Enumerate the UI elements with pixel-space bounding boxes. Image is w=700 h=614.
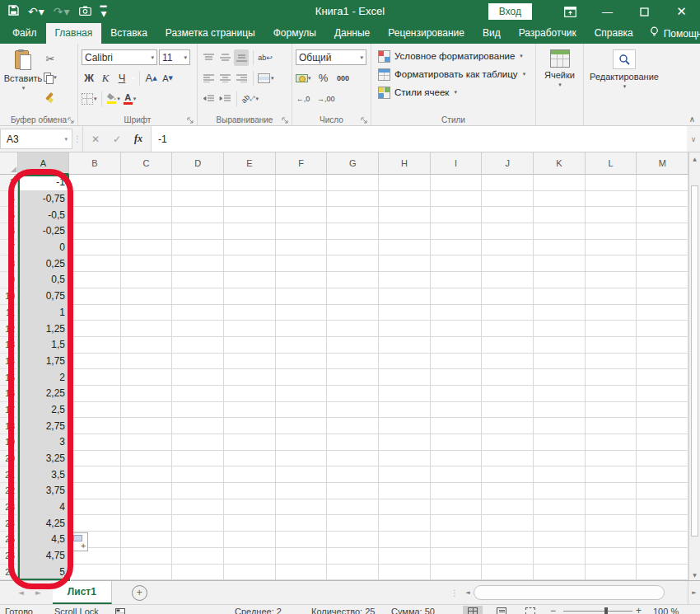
- cell-A13[interactable]: 1,5: [18, 337, 69, 354]
- tab-Разработчик[interactable]: Разработчик: [510, 23, 586, 44]
- cell-H15[interactable]: [379, 369, 431, 386]
- cell-L7[interactable]: [586, 240, 637, 256]
- comma-style-button[interactable]: 000: [336, 70, 351, 87]
- cell-G7[interactable]: [327, 240, 379, 256]
- cell-H4[interactable]: [379, 191, 431, 208]
- cell-L26[interactable]: [586, 548, 637, 565]
- cell-B21[interactable]: [69, 466, 121, 483]
- cell-E6[interactable]: [224, 223, 276, 240]
- cell-H22[interactable]: [379, 483, 431, 499]
- align-left-icon[interactable]: [201, 70, 216, 87]
- cell-H11[interactable]: [379, 305, 431, 321]
- cell-G10[interactable]: [327, 288, 379, 305]
- row-header-10[interactable]: 10: [0, 288, 18, 305]
- column-header-B[interactable]: B: [69, 152, 121, 175]
- cell-G15[interactable]: [327, 369, 379, 386]
- cell-J19[interactable]: [482, 434, 534, 451]
- scroll-left-icon[interactable]: ◄: [462, 581, 474, 604]
- cell-E23[interactable]: [224, 499, 276, 516]
- cell-D19[interactable]: [172, 434, 224, 451]
- font-name-combo[interactable]: Calibri▾: [82, 49, 157, 65]
- column-header-H[interactable]: H: [379, 152, 431, 175]
- cell-K7[interactable]: [534, 240, 586, 256]
- horizontal-scrollbar[interactable]: ⋮ ◄ ►: [450, 581, 700, 604]
- align-center-icon[interactable]: [217, 70, 232, 87]
- cell-A24[interactable]: 4,25: [18, 515, 69, 532]
- cell-J14[interactable]: [482, 354, 534, 370]
- cell-L11[interactable]: [586, 305, 637, 321]
- cell-C19[interactable]: [121, 434, 173, 451]
- cell-I22[interactable]: [431, 483, 483, 499]
- increase-indent-icon[interactable]: [217, 91, 232, 107]
- cell-E12[interactable]: [224, 321, 276, 337]
- column-header-K[interactable]: K: [534, 152, 586, 175]
- tab-Формулы[interactable]: Формулы: [264, 23, 325, 44]
- cell-F22[interactable]: [276, 483, 328, 499]
- tab-Разметка страницы[interactable]: Разметка страницы: [156, 23, 264, 44]
- cell-H12[interactable]: [379, 321, 431, 337]
- cell-K22[interactable]: [534, 483, 586, 499]
- row-header-3[interactable]: 3: [0, 175, 18, 191]
- cell-J24[interactable]: [482, 515, 534, 532]
- cell-K17[interactable]: [534, 402, 586, 419]
- cell-M27[interactable]: [637, 565, 688, 581]
- cell-F4[interactable]: [276, 191, 328, 208]
- cell-K9[interactable]: [534, 272, 586, 288]
- align-middle-icon[interactable]: [217, 49, 232, 66]
- cell-M23[interactable]: [637, 499, 688, 516]
- vertical-scroll-thumb[interactable]: [691, 185, 698, 537]
- row-header-13[interactable]: 13: [0, 337, 18, 354]
- cell-D20[interactable]: [172, 451, 224, 467]
- row-header-19[interactable]: 19: [0, 434, 18, 451]
- cell-M5[interactable]: [637, 207, 688, 223]
- cell-J26[interactable]: [482, 548, 534, 565]
- cell-M20[interactable]: [637, 451, 688, 467]
- cell-A10[interactable]: 0,75: [18, 288, 69, 305]
- cell-H21[interactable]: [379, 466, 431, 483]
- vertical-scrollbar[interactable]: ▲ ▼: [688, 152, 700, 580]
- font-dialog-launcher[interactable]: [187, 116, 194, 124]
- cell-M17[interactable]: [637, 402, 688, 419]
- cell-I17[interactable]: [431, 402, 483, 419]
- cell-J12[interactable]: [482, 321, 534, 337]
- cell-J18[interactable]: [482, 418, 534, 434]
- cell-I19[interactable]: [431, 434, 483, 451]
- align-top-icon[interactable]: [201, 49, 216, 66]
- cell-D16[interactable]: [172, 386, 224, 402]
- row-header-11[interactable]: 11: [0, 305, 18, 321]
- cell-E11[interactable]: [224, 305, 276, 321]
- cell-E13[interactable]: [224, 337, 276, 354]
- cell-B6[interactable]: [69, 223, 121, 240]
- cell-C21[interactable]: [121, 466, 173, 483]
- cell-E10[interactable]: [224, 288, 276, 305]
- cell-F6[interactable]: [276, 223, 328, 240]
- column-header-J[interactable]: J: [482, 152, 534, 175]
- row-header-24[interactable]: 24: [0, 515, 18, 532]
- column-header-I[interactable]: I: [431, 152, 483, 175]
- font-size-combo[interactable]: 11▾: [159, 49, 190, 65]
- row-header-4[interactable]: 4: [0, 191, 18, 208]
- cell-G6[interactable]: [327, 223, 379, 240]
- cell-K10[interactable]: [534, 288, 586, 305]
- row-header-5[interactable]: 5: [0, 207, 18, 223]
- cell-J7[interactable]: [482, 240, 534, 256]
- cell-K20[interactable]: [534, 451, 586, 467]
- cell-E26[interactable]: [224, 548, 276, 565]
- cell-H25[interactable]: [379, 532, 431, 548]
- row-header-15[interactable]: 15: [0, 369, 18, 386]
- cell-I7[interactable]: [431, 240, 483, 256]
- cell-L22[interactable]: [586, 483, 637, 499]
- cell-B23[interactable]: [69, 499, 121, 516]
- cell-E27[interactable]: [224, 565, 276, 581]
- cell-D3[interactable]: [172, 175, 224, 191]
- cell-I23[interactable]: [431, 499, 483, 516]
- cell-C7[interactable]: [121, 240, 173, 256]
- cell-I20[interactable]: [431, 451, 483, 467]
- format-as-table-button[interactable]: Форматировать как таблицу▾: [378, 65, 532, 83]
- cell-H13[interactable]: [379, 337, 431, 354]
- cell-A14[interactable]: 1,75: [18, 354, 69, 370]
- tab-Главная[interactable]: Главная: [46, 23, 102, 44]
- cell-A6[interactable]: -0,25: [18, 223, 69, 240]
- row-header-27[interactable]: 27: [0, 565, 18, 581]
- tell-me-button[interactable]: Помощн: [642, 26, 700, 40]
